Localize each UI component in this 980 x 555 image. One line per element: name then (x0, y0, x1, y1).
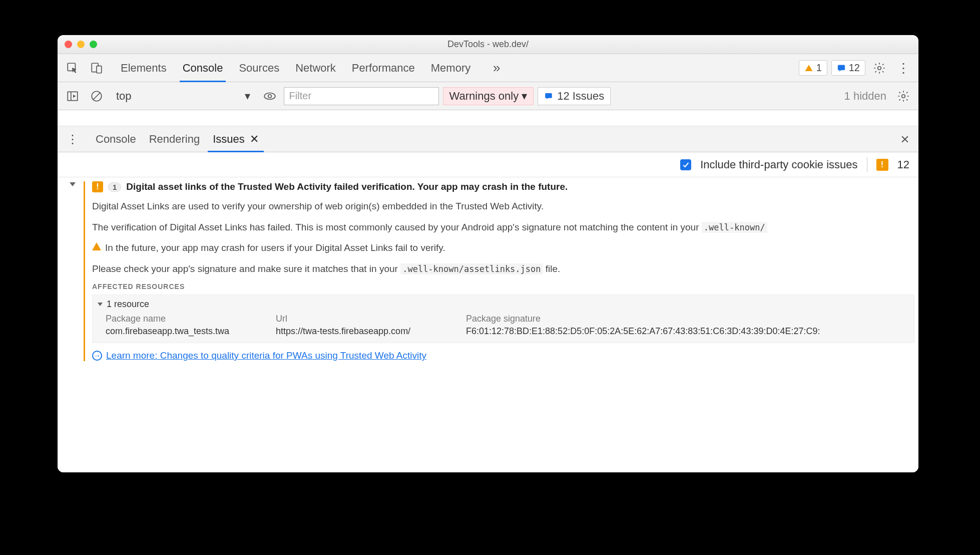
resources-toggle-label: 1 resource (107, 299, 149, 310)
open-issues-button[interactable]: 12 Issues (538, 87, 611, 105)
text: The verification of Digital Asset Links … (92, 222, 702, 232)
issue-title: Digital asset links of the Trusted Web A… (126, 181, 568, 192)
text: file. (543, 263, 561, 274)
log-level-value: Warnings only (449, 90, 519, 103)
warning-triangle-icon (92, 242, 101, 250)
main-tabs: Elements Console Sources Network Perform… (121, 54, 507, 82)
affected-resources-block: 1 resource Package name Url Package sign… (92, 295, 914, 343)
filter-input[interactable]: Filter (284, 87, 439, 105)
table-header: Package signature (466, 314, 909, 324)
code-snippet: .well-known/ (702, 222, 767, 233)
close-window-button[interactable] (65, 41, 72, 48)
issues-options-bar: Include third-party cookie issues 12 (58, 152, 918, 177)
live-expression-icon[interactable] (260, 86, 280, 106)
toggle-sidebar-icon[interactable] (63, 86, 83, 106)
tab-performance[interactable]: Performance (352, 54, 415, 82)
close-drawer-icon[interactable] (896, 131, 913, 148)
issue-item: 1 Digital asset links of the Trusted Web… (58, 177, 918, 367)
svg-rect-3 (838, 65, 845, 70)
context-value: top (116, 90, 132, 103)
text: Please check your app's signature and ma… (92, 263, 400, 274)
affected-resources-label: AFFECTED RESOURCES (92, 283, 914, 291)
resources-table: Package name Url Package signature com.f… (98, 314, 909, 337)
chevron-down-icon: ▾ (522, 90, 527, 103)
clear-console-icon[interactable] (87, 86, 107, 106)
table-header: Package name (106, 314, 266, 324)
issues-content: 1 Digital asset links of the Trusted Web… (58, 177, 918, 472)
issue-paragraph: The verification of Digital Asset Links … (92, 220, 914, 234)
tab-memory[interactable]: Memory (431, 54, 470, 82)
resources-toggle[interactable]: 1 resource (98, 299, 909, 310)
minimize-window-button[interactable] (77, 41, 85, 48)
issue-warning-text: In the future, your app may crash for us… (105, 241, 445, 255)
code-snippet: .well-known/assetlinks.json (400, 263, 543, 274)
drawer-tab-issues-label: Issues (213, 133, 245, 146)
svg-line-8 (94, 93, 100, 99)
console-output-area (58, 110, 918, 126)
warnings-badge[interactable]: 1 (799, 60, 827, 76)
collapse-toggle-icon (98, 303, 103, 306)
issue-severity-icon (92, 181, 103, 192)
tab-console[interactable]: Console (183, 54, 223, 82)
table-cell-signature: F6:01:12:78:BD:E1:88:52:D5:0F:05:2A:5E:6… (466, 326, 909, 337)
svg-point-9 (264, 93, 275, 99)
device-toolbar-icon[interactable] (87, 58, 107, 78)
table-cell-package: com.firebaseapp.twa_tests.twa (106, 326, 266, 337)
svg-point-10 (268, 94, 271, 98)
hidden-count: 1 hidden (844, 90, 886, 103)
log-level-selector[interactable]: Warnings only ▾ (443, 87, 534, 105)
console-toolbar: top ▾ Filter Warnings only ▾ 12 Issues 1… (58, 82, 918, 110)
divider (867, 157, 867, 172)
third-party-label: Include third-party cookie issues (700, 158, 857, 171)
titlebar: DevTools - web.dev/ (58, 35, 918, 54)
issues-total: 12 (897, 158, 909, 171)
traffic-lights (65, 41, 97, 48)
issue-occurrence-count: 1 (108, 182, 121, 192)
issue-warning-row: In the future, your app may crash for us… (92, 241, 914, 255)
settings-gear-icon[interactable] (869, 58, 889, 78)
drawer-kebab-icon[interactable]: ⋮ (63, 129, 83, 149)
drawer-toolbar: ⋮ Console Rendering Issues ✕ (58, 126, 918, 152)
close-tab-icon[interactable]: ✕ (250, 133, 259, 146)
tab-sources[interactable]: Sources (239, 54, 279, 82)
learn-more-link[interactable]: Learn more: Changes to quality criteria … (106, 350, 426, 361)
more-tabs-icon[interactable]: » (486, 58, 507, 78)
collapse-toggle-icon[interactable] (70, 182, 76, 186)
issue-paragraph: Digital Asset Links are used to verify y… (92, 199, 914, 213)
drawer-tab-console[interactable]: Console (96, 126, 136, 152)
issue-body: 1 Digital asset links of the Trusted Web… (84, 181, 914, 361)
drawer-tab-rendering[interactable]: Rendering (149, 126, 200, 152)
table-header: Url (276, 314, 456, 324)
drawer-tab-issues[interactable]: Issues ✕ (213, 126, 259, 152)
console-settings-gear-icon[interactable] (893, 86, 913, 106)
issues-total-icon (876, 159, 888, 171)
issue-paragraph: Please check your app's signature and ma… (92, 262, 914, 276)
issue-gutter[interactable] (62, 181, 84, 361)
svg-point-4 (878, 66, 881, 70)
issues-button-label: 12 Issues (557, 90, 604, 103)
external-link-icon: → (92, 351, 102, 361)
svg-point-12 (902, 94, 905, 98)
filter-placeholder: Filter (289, 90, 311, 102)
issue-header[interactable]: 1 Digital asset links of the Trusted Web… (92, 181, 914, 192)
issues-badge[interactable]: 12 (831, 60, 865, 76)
svg-rect-2 (97, 66, 102, 73)
issues-count: 12 (849, 62, 860, 74)
tab-network[interactable]: Network (295, 54, 336, 82)
main-toolbar: Elements Console Sources Network Perform… (58, 54, 918, 82)
context-selector[interactable]: top ▾ (111, 87, 256, 105)
chevron-down-icon: ▾ (245, 90, 250, 103)
learn-more-row: → Learn more: Changes to quality criteri… (92, 350, 914, 361)
window-title: DevTools - web.dev/ (58, 39, 918, 50)
svg-rect-11 (545, 93, 552, 98)
third-party-checkbox[interactable] (680, 159, 691, 170)
kebab-menu-icon[interactable]: ⋮ (893, 58, 913, 78)
tab-elements[interactable]: Elements (121, 54, 167, 82)
inspect-element-icon[interactable] (63, 58, 83, 78)
zoom-window-button[interactable] (90, 41, 97, 48)
table-cell-url: https://twa-tests.firebaseapp.com/ (276, 326, 456, 337)
svg-rect-5 (68, 92, 78, 100)
warnings-count: 1 (816, 62, 822, 74)
devtools-window: DevTools - web.dev/ Elements Console Sou… (58, 35, 918, 472)
